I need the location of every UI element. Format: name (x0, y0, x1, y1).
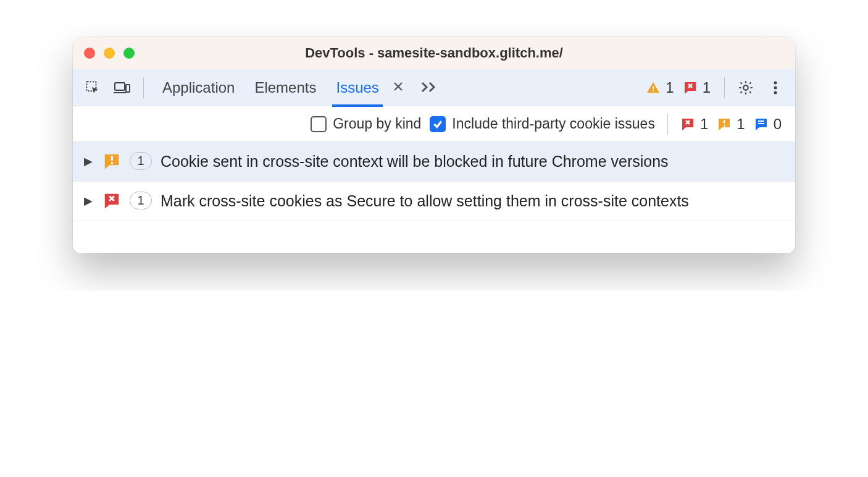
svg-rect-6 (653, 86, 654, 89)
include-third-party-option[interactable]: Include third-party cookie issues (430, 116, 655, 132)
issue-count-pill: 1 (130, 192, 152, 209)
window-controls (84, 48, 135, 59)
svg-point-10 (743, 85, 748, 90)
svg-point-11 (774, 81, 777, 84)
tab-issues[interactable]: Issues (335, 70, 380, 105)
filter-warning-count: 1 (737, 116, 745, 133)
checkbox-checked-icon[interactable] (430, 116, 446, 132)
main-toolbar: Application Elements Issues (73, 69, 795, 106)
tab-elements[interactable]: Elements (253, 70, 317, 105)
svg-rect-2 (126, 85, 130, 92)
filter-counts: 1 1 0 (680, 116, 787, 133)
close-window-button[interactable] (84, 48, 95, 59)
svg-rect-17 (724, 125, 725, 127)
minimize-window-button[interactable] (104, 48, 115, 59)
window-title: DevTools - samesite-sandbox.glitch.me/ (73, 45, 795, 61)
inspect-element-icon[interactable] (80, 75, 105, 100)
issue-title: Mark cross-site cookies as Secure to all… (161, 190, 785, 212)
close-tab-icon[interactable] (393, 80, 404, 96)
issues-list: ▶ 1 Cookie sent in cross-site context wi… (73, 142, 795, 253)
titlebar: DevTools - samesite-sandbox.glitch.me/ (73, 37, 795, 69)
separator (143, 77, 144, 98)
filter-error-count: 1 (700, 116, 708, 133)
svg-rect-20 (111, 156, 113, 161)
filter-info-count: 0 (774, 116, 782, 133)
svg-point-12 (774, 86, 777, 89)
error-badge-icon[interactable] (680, 117, 695, 132)
warning-badge-icon[interactable] (717, 117, 732, 132)
svg-point-13 (774, 91, 777, 94)
svg-rect-16 (724, 120, 725, 124)
issue-count-pill: 1 (130, 152, 152, 170)
error-badge-icon[interactable] (683, 80, 698, 95)
issue-title: Cookie sent in cross-site context will b… (161, 151, 785, 172)
issues-filter-bar: Group by kind Include third-party cookie… (73, 106, 795, 142)
maximize-window-button[interactable] (123, 48, 135, 59)
more-tabs-icon[interactable] (421, 78, 438, 97)
error-count: 1 (703, 79, 711, 96)
svg-rect-21 (111, 162, 113, 164)
separator (667, 114, 668, 135)
checkbox-unchecked-icon[interactable] (311, 116, 327, 132)
expand-chevron-icon[interactable]: ▶ (84, 194, 94, 208)
kebab-menu-icon[interactable] (763, 75, 788, 100)
svg-rect-7 (653, 90, 654, 91)
device-toggle-icon[interactable] (110, 75, 135, 100)
include-third-party-label: Include third-party cookie issues (452, 116, 655, 132)
warning-badge-icon (102, 152, 121, 171)
tab-application[interactable]: Application (161, 70, 236, 105)
expand-chevron-icon[interactable]: ▶ (84, 154, 94, 168)
toolbar-status-counts: 1 1 (646, 79, 716, 96)
error-badge-icon (102, 192, 121, 210)
settings-gear-icon[interactable] (733, 75, 758, 100)
issue-row[interactable]: ▶ 1 Cookie sent in cross-site context wi… (73, 142, 795, 182)
info-badge-icon[interactable] (754, 117, 769, 132)
separator (724, 77, 725, 98)
group-by-kind-label: Group by kind (333, 116, 421, 132)
svg-rect-1 (115, 83, 125, 90)
issue-row[interactable]: ▶ 1 Mark cross-site cookies as Secure to… (73, 182, 795, 221)
warning-count: 1 (666, 79, 674, 96)
warning-triangle-icon[interactable] (646, 80, 661, 95)
devtools-window: DevTools - samesite-sandbox.glitch.me/ A… (73, 37, 795, 253)
panel-tabs: Application Elements Issues (161, 70, 438, 105)
group-by-kind-option[interactable]: Group by kind (311, 116, 421, 132)
